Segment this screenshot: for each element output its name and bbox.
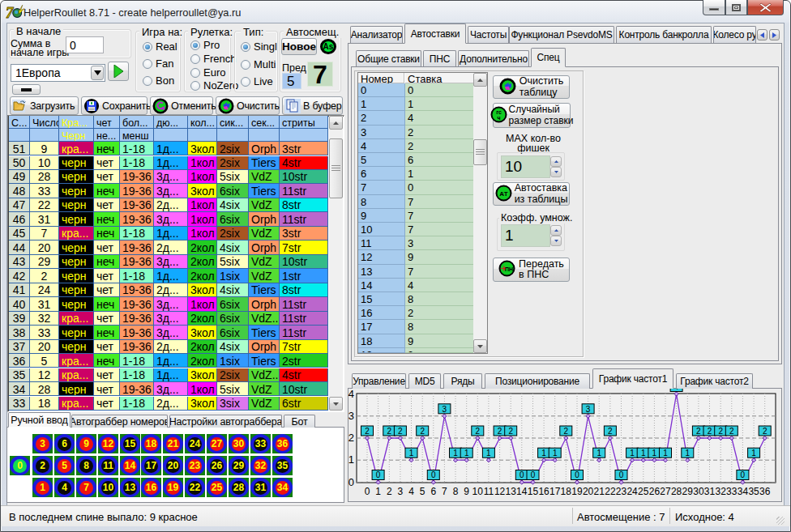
svg-text:16: 16 <box>538 486 549 497</box>
svg-text:гс: гс <box>496 109 502 115</box>
svg-text:17: 17 <box>549 486 561 497</box>
svg-text:0: 0 <box>519 470 524 479</box>
svg-text:2: 2 <box>476 427 481 436</box>
svg-text:1: 1 <box>596 449 601 458</box>
svg-text:7: 7 <box>442 486 447 497</box>
svg-text:1: 1 <box>409 449 414 458</box>
svg-text:2: 2 <box>696 427 701 436</box>
svg-text:2: 2 <box>498 427 502 436</box>
svg-text:26: 26 <box>649 486 661 497</box>
svg-text:4: 4 <box>348 389 354 400</box>
svg-text:22: 22 <box>605 486 616 497</box>
svg-text:8: 8 <box>453 486 459 497</box>
svg-text:2: 2 <box>387 427 392 436</box>
svg-text:23: 23 <box>616 486 627 497</box>
svg-text:2: 2 <box>348 432 354 444</box>
svg-text:25: 25 <box>638 486 649 497</box>
svg-text:1: 1 <box>641 449 646 458</box>
svg-text:2: 2 <box>608 427 613 436</box>
svg-text:31: 31 <box>704 486 716 497</box>
svg-text:3: 3 <box>443 405 447 414</box>
svg-text:0: 0 <box>348 476 354 488</box>
svg-text:1: 1 <box>541 449 546 458</box>
svg-text:27: 27 <box>660 486 671 497</box>
svg-text:20: 20 <box>583 486 594 497</box>
svg-text:1: 1 <box>464 449 469 458</box>
svg-text:1: 1 <box>453 449 458 458</box>
svg-text:10: 10 <box>472 486 484 497</box>
svg-text:15: 15 <box>528 486 539 497</box>
svg-text:2: 2 <box>718 427 723 436</box>
svg-text:13: 13 <box>506 486 517 497</box>
svg-text:30: 30 <box>693 486 704 497</box>
svg-text:1: 1 <box>348 453 354 466</box>
svg-text:9: 9 <box>464 486 469 497</box>
svg-text:0: 0 <box>531 470 536 479</box>
svg-text:3: 3 <box>398 486 404 497</box>
svg-text:28: 28 <box>671 486 682 497</box>
svg-text:11: 11 <box>484 486 494 497</box>
svg-text:ч: ч <box>497 115 500 121</box>
svg-text:1: 1 <box>486 449 491 458</box>
svg-text:0: 0 <box>575 470 579 479</box>
svg-text:24: 24 <box>626 486 638 497</box>
svg-text:1: 1 <box>686 449 691 458</box>
svg-text:1: 1 <box>375 486 381 497</box>
svg-text:35: 35 <box>748 486 759 497</box>
svg-text:2: 2 <box>508 427 513 436</box>
svg-text:18: 18 <box>561 486 572 497</box>
svg-text:ПН: ПН <box>505 266 513 272</box>
svg-text:2: 2 <box>420 427 425 436</box>
svg-text:3: 3 <box>586 405 591 414</box>
svg-text:14: 14 <box>516 486 528 497</box>
svg-text:34: 34 <box>738 486 749 497</box>
svg-text:0: 0 <box>741 470 746 479</box>
svg-text:36: 36 <box>759 486 771 497</box>
svg-text:19: 19 <box>571 486 583 497</box>
svg-text:1: 1 <box>630 449 635 458</box>
svg-text:АТ: АТ <box>499 189 507 197</box>
svg-text:1: 1 <box>652 449 657 458</box>
svg-text:12: 12 <box>494 486 506 497</box>
svg-text:0: 0 <box>619 470 624 479</box>
svg-text:1: 1 <box>553 449 558 458</box>
svg-text:1: 1 <box>663 449 668 458</box>
svg-text:33: 33 <box>726 486 738 497</box>
svg-text:0: 0 <box>376 470 381 479</box>
svg-text:4: 4 <box>408 486 414 497</box>
svg-text:4: 4 <box>674 389 679 391</box>
svg-text:2: 2 <box>564 427 569 436</box>
svg-text:2: 2 <box>763 427 767 436</box>
svg-text:5: 5 <box>420 486 425 497</box>
svg-text:2: 2 <box>387 486 392 497</box>
svg-text:0: 0 <box>431 470 436 479</box>
svg-text:6: 6 <box>430 486 436 497</box>
svg-text:3: 3 <box>348 410 354 422</box>
svg-text:32: 32 <box>716 486 727 497</box>
svg-text:1: 1 <box>751 449 756 458</box>
svg-text:2: 2 <box>729 427 734 436</box>
svg-text:2: 2 <box>398 427 403 436</box>
svg-text:2: 2 <box>365 427 370 436</box>
svg-text:21: 21 <box>594 486 605 497</box>
svg-text:2: 2 <box>708 427 712 436</box>
svg-text:29: 29 <box>682 486 694 497</box>
svg-text:0: 0 <box>365 486 370 497</box>
